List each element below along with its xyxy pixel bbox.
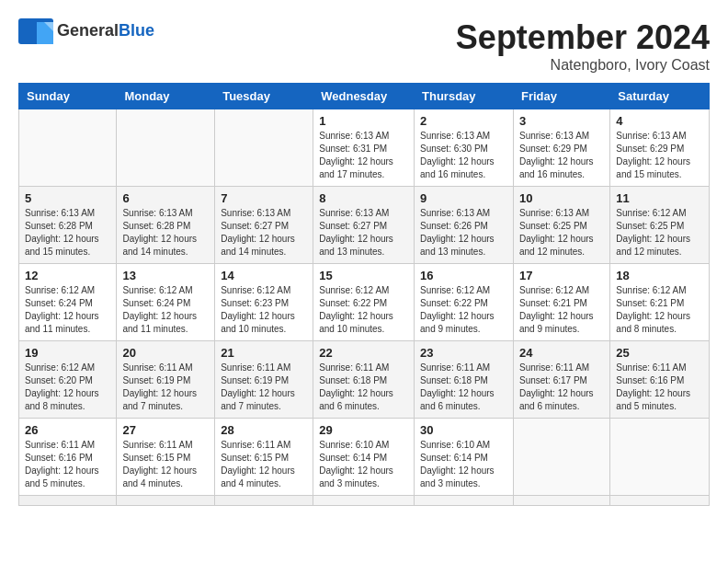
day-number: 20 <box>122 346 209 360</box>
calendar-cell <box>610 419 710 496</box>
day-info: Sunrise: 6:12 AM Sunset: 6:23 PM Dayligh… <box>221 284 307 336</box>
day-info: Sunrise: 6:12 AM Sunset: 6:21 PM Dayligh… <box>519 284 604 336</box>
month-title: September 2024 <box>456 18 710 57</box>
calendar-cell: 4Sunrise: 6:13 AM Sunset: 6:29 PM Daylig… <box>610 109 710 187</box>
calendar-cell: 6Sunrise: 6:13 AM Sunset: 6:28 PM Daylig… <box>117 187 215 264</box>
location: Natengboro, Ivory Coast <box>456 57 710 74</box>
day-info: Sunrise: 6:13 AM Sunset: 6:28 PM Dayligh… <box>122 207 209 259</box>
day-number: 23 <box>420 346 507 360</box>
calendar-cell: 17Sunrise: 6:12 AM Sunset: 6:21 PM Dayli… <box>513 264 609 341</box>
calendar-cell: 22Sunrise: 6:11 AM Sunset: 6:18 PM Dayli… <box>313 341 415 419</box>
day-info: Sunrise: 6:13 AM Sunset: 6:26 PM Dayligh… <box>420 207 507 259</box>
day-info: Sunrise: 6:10 AM Sunset: 6:14 PM Dayligh… <box>319 439 408 490</box>
calendar-cell: 7Sunrise: 6:13 AM Sunset: 6:27 PM Daylig… <box>215 187 313 264</box>
day-number: 6 <box>122 191 209 205</box>
day-number: 15 <box>319 269 408 282</box>
calendar-cell <box>117 496 215 506</box>
calendar-cell <box>513 496 609 506</box>
day-number: 17 <box>519 269 604 282</box>
calendar-table: SundayMondayTuesdayWednesdayThursdayFrid… <box>18 83 710 506</box>
logo: GeneralBlue <box>18 18 154 44</box>
calendar-cell: 25Sunrise: 6:11 AM Sunset: 6:16 PM Dayli… <box>610 341 710 419</box>
day-number: 11 <box>616 191 703 205</box>
calendar-cell: 18Sunrise: 6:12 AM Sunset: 6:21 PM Dayli… <box>610 264 710 341</box>
calendar-row: 12Sunrise: 6:12 AM Sunset: 6:24 PM Dayli… <box>19 264 710 341</box>
day-number: 7 <box>221 191 307 205</box>
calendar-cell: 14Sunrise: 6:12 AM Sunset: 6:23 PM Dayli… <box>215 264 313 341</box>
day-number: 25 <box>616 346 703 360</box>
calendar-cell: 8Sunrise: 6:13 AM Sunset: 6:27 PM Daylig… <box>313 187 415 264</box>
calendar-cell: 15Sunrise: 6:12 AM Sunset: 6:22 PM Dayli… <box>313 264 415 341</box>
day-info: Sunrise: 6:13 AM Sunset: 6:30 PM Dayligh… <box>420 130 507 181</box>
day-number: 28 <box>221 423 307 437</box>
weekday-header-saturday: Saturday <box>610 84 710 109</box>
calendar-row: 19Sunrise: 6:12 AM Sunset: 6:20 PM Dayli… <box>19 341 710 419</box>
day-info: Sunrise: 6:11 AM Sunset: 6:16 PM Dayligh… <box>616 362 703 413</box>
calendar-cell: 12Sunrise: 6:12 AM Sunset: 6:24 PM Dayli… <box>19 264 117 341</box>
calendar-cell: 26Sunrise: 6:11 AM Sunset: 6:16 PM Dayli… <box>19 419 117 496</box>
day-info: Sunrise: 6:11 AM Sunset: 6:18 PM Dayligh… <box>319 362 408 413</box>
day-info: Sunrise: 6:12 AM Sunset: 6:25 PM Dayligh… <box>616 207 703 259</box>
calendar-cell <box>313 496 415 506</box>
calendar-row: 1Sunrise: 6:13 AM Sunset: 6:31 PM Daylig… <box>19 109 710 187</box>
day-number: 5 <box>25 191 110 205</box>
calendar-cell: 5Sunrise: 6:13 AM Sunset: 6:28 PM Daylig… <box>19 187 117 264</box>
day-info: Sunrise: 6:13 AM Sunset: 6:29 PM Dayligh… <box>616 130 703 181</box>
logo-icon <box>18 18 53 44</box>
weekday-header-friday: Friday <box>513 84 609 109</box>
day-number: 13 <box>122 269 209 282</box>
day-number: 1 <box>319 114 408 128</box>
day-number: 27 <box>122 423 209 437</box>
day-info: Sunrise: 6:11 AM Sunset: 6:15 PM Dayligh… <box>221 439 307 490</box>
calendar-cell: 3Sunrise: 6:13 AM Sunset: 6:29 PM Daylig… <box>513 109 609 187</box>
day-number: 26 <box>25 423 110 437</box>
calendar-cell <box>610 496 710 506</box>
calendar-cell: 24Sunrise: 6:11 AM Sunset: 6:17 PM Dayli… <box>513 341 609 419</box>
day-info: Sunrise: 6:10 AM Sunset: 6:14 PM Dayligh… <box>420 439 507 490</box>
day-info: Sunrise: 6:13 AM Sunset: 6:25 PM Dayligh… <box>519 207 604 259</box>
calendar-cell: 19Sunrise: 6:12 AM Sunset: 6:20 PM Dayli… <box>19 341 117 419</box>
day-info: Sunrise: 6:12 AM Sunset: 6:24 PM Dayligh… <box>25 284 110 336</box>
calendar-cell <box>215 496 313 506</box>
day-number: 19 <box>25 346 110 360</box>
day-info: Sunrise: 6:11 AM Sunset: 6:15 PM Dayligh… <box>122 439 209 490</box>
calendar-cell: 21Sunrise: 6:11 AM Sunset: 6:19 PM Dayli… <box>215 341 313 419</box>
weekday-header-sunday: Sunday <box>19 84 117 109</box>
weekday-header-row: SundayMondayTuesdayWednesdayThursdayFrid… <box>19 84 710 109</box>
calendar-cell: 9Sunrise: 6:13 AM Sunset: 6:26 PM Daylig… <box>415 187 514 264</box>
weekday-header-thursday: Thursday <box>415 84 514 109</box>
calendar-cell <box>117 109 215 187</box>
calendar-cell: 1Sunrise: 6:13 AM Sunset: 6:31 PM Daylig… <box>313 109 415 187</box>
day-info: Sunrise: 6:13 AM Sunset: 6:31 PM Dayligh… <box>319 130 408 181</box>
day-info: Sunrise: 6:12 AM Sunset: 6:22 PM Dayligh… <box>420 284 507 336</box>
day-info: Sunrise: 6:11 AM Sunset: 6:17 PM Dayligh… <box>519 362 604 413</box>
calendar-cell: 28Sunrise: 6:11 AM Sunset: 6:15 PM Dayli… <box>215 419 313 496</box>
calendar-row <box>19 496 710 506</box>
calendar-cell: 23Sunrise: 6:11 AM Sunset: 6:18 PM Dayli… <box>415 341 514 419</box>
calendar-cell: 29Sunrise: 6:10 AM Sunset: 6:14 PM Dayli… <box>313 419 415 496</box>
calendar-cell: 10Sunrise: 6:13 AM Sunset: 6:25 PM Dayli… <box>513 187 609 264</box>
day-number: 16 <box>420 269 507 282</box>
day-number: 29 <box>319 423 408 437</box>
calendar-cell <box>19 496 117 506</box>
day-info: Sunrise: 6:13 AM Sunset: 6:27 PM Dayligh… <box>221 207 307 259</box>
calendar-cell: 27Sunrise: 6:11 AM Sunset: 6:15 PM Dayli… <box>117 419 215 496</box>
day-info: Sunrise: 6:11 AM Sunset: 6:19 PM Dayligh… <box>122 362 209 413</box>
day-number: 4 <box>616 114 703 128</box>
calendar-cell <box>215 109 313 187</box>
day-number: 12 <box>25 269 110 282</box>
day-number: 21 <box>221 346 307 360</box>
calendar-cell: 2Sunrise: 6:13 AM Sunset: 6:30 PM Daylig… <box>415 109 514 187</box>
day-number: 10 <box>519 191 604 205</box>
calendar-cell <box>415 496 514 506</box>
calendar-cell: 20Sunrise: 6:11 AM Sunset: 6:19 PM Dayli… <box>117 341 215 419</box>
calendar-cell: 16Sunrise: 6:12 AM Sunset: 6:22 PM Dayli… <box>415 264 514 341</box>
day-number: 3 <box>519 114 604 128</box>
day-info: Sunrise: 6:12 AM Sunset: 6:20 PM Dayligh… <box>25 362 110 413</box>
day-info: Sunrise: 6:11 AM Sunset: 6:16 PM Dayligh… <box>25 439 110 490</box>
weekday-header-wednesday: Wednesday <box>313 84 415 109</box>
day-number: 18 <box>616 269 703 282</box>
title-area: September 2024 Natengboro, Ivory Coast <box>456 18 710 74</box>
page-header: GeneralBlue September 2024 Natengboro, I… <box>18 18 710 74</box>
day-info: Sunrise: 6:11 AM Sunset: 6:19 PM Dayligh… <box>221 362 307 413</box>
